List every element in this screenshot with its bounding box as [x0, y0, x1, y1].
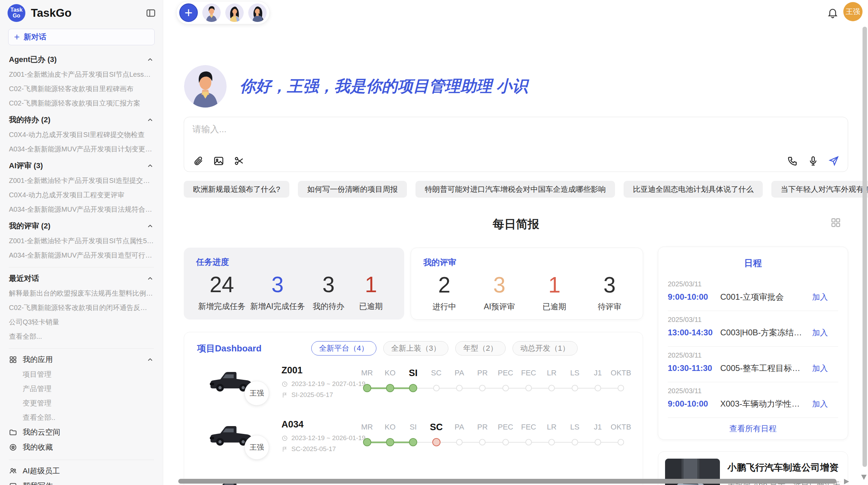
chevron-up-icon [146, 275, 154, 282]
sidebar-item-help-write[interactable]: 帮我写作 [9, 478, 154, 485]
phone-icon[interactable] [787, 155, 798, 167]
milestone: SC [425, 421, 448, 462]
join-link[interactable]: 加入 [812, 363, 828, 374]
attachment-icon[interactable] [192, 155, 204, 167]
section-header-recent-chats[interactable]: 最近对话 [9, 271, 154, 286]
notification-bell-icon[interactable] [827, 7, 839, 18]
suggestion-chip[interactable]: 当下年轻人对汽车外观有怎样的喜好趋势 [771, 181, 868, 198]
section-title: AI评审 (3) [9, 161, 43, 171]
stat: 1 已逾期 [352, 272, 390, 312]
my-apps-list: 项目管理产品管理变更管理查看全部.. [9, 367, 154, 425]
project-row-a034[interactable]: 王强 A034 2023-12-19 ~ 2026-01-19 SC-2025-… [184, 421, 643, 462]
horizontal-scrollbar-thumb[interactable] [178, 479, 836, 484]
project-dates-text: 2023-12-19 ~ 2026-01-19 [291, 434, 365, 442]
join-link[interactable]: 加入 [812, 399, 828, 409]
suggestion-chips: 欧洲新规最近颁布了什么?如何写一份清晰的项目周报特朗普可能对进口汽车增税会对中国… [184, 181, 868, 198]
sidebar-task-item[interactable]: C02-飞腾新能源轻客改款项目立项汇报方案 [9, 96, 154, 110]
layout-grid-icon[interactable] [830, 217, 841, 228]
chat-composer [184, 117, 848, 172]
app-item[interactable]: 变更管理 [9, 396, 154, 410]
scissors-icon[interactable] [233, 155, 245, 167]
recent-chat-item[interactable]: 公司Q3轻卡销量 [9, 315, 154, 329]
stat-label: 已逾期 [352, 301, 390, 312]
plus-icon: + [14, 32, 20, 42]
project-flag-text: SI-2025-05-17 [291, 391, 333, 399]
view-all-schedule-link[interactable]: 查看所有日程 [668, 418, 838, 439]
contact-avatar-3[interactable] [248, 3, 267, 22]
filter-chip[interactable]: 全新上装（3） [383, 341, 448, 356]
section-header-agent-done[interactable]: Agent已办 (3) [9, 52, 154, 67]
sidebar-item-ai-employees[interactable]: AI超级员工 [9, 463, 154, 478]
sidebar-task-item[interactable]: Z001-全新燃油轻卡产品开发项目SI造型提交物评审 [9, 173, 154, 188]
project-dashboard-card: 项目Dashboard 全新平台（4）全新上装（3）年型（2）动总开发（1） 王… [184, 332, 643, 485]
app-item[interactable]: 项目管理 [9, 367, 154, 382]
milestone: OKTB [610, 366, 632, 408]
suggestion-chip[interactable]: 比亚迪全固态电池计划具体说了什么 [624, 181, 763, 198]
sidebar-item-favorites[interactable]: 我的收藏 [9, 440, 154, 455]
app-item[interactable]: 产品管理 [9, 382, 154, 396]
add-contact-button[interactable]: + [179, 3, 198, 22]
scroll-right-arrow[interactable] [844, 479, 849, 484]
microphone-icon[interactable] [807, 155, 819, 167]
milestone-dot [456, 439, 462, 446]
section-title: 最近对话 [9, 273, 39, 284]
join-link[interactable]: 加入 [812, 292, 828, 302]
contact-avatar-1[interactable] [202, 3, 221, 22]
app-item[interactable]: 查看全部.. [9, 410, 154, 425]
recent-chat-item[interactable]: C02-飞腾新能源轻客改款项目的闭环通告反馈情况 [9, 300, 154, 315]
collapse-sidebar-icon[interactable] [146, 8, 156, 18]
schedule-time: 9:00-10:00 [668, 399, 720, 409]
milestone: J1 [586, 421, 609, 462]
send-icon[interactable] [828, 155, 840, 167]
chevron-up-icon [146, 356, 154, 363]
chat-input[interactable] [192, 123, 840, 155]
recent-chat-item[interactable]: 解释最新出台的欧盟报废车法规再生塑料比例被调至15%... [9, 286, 154, 300]
sidebar-task-item[interactable]: Z001-全新燃油轻卡产品开发项目SI节点属性5D文件评审 [9, 234, 154, 248]
sidebar-task-item[interactable]: A034-全新新能源MUV产品开发项目造型可行性评审 [9, 248, 154, 262]
milestone-track: MR KO SI [355, 366, 632, 408]
suggestion-chip[interactable]: 如何写一份清晰的项目周报 [298, 181, 407, 198]
image-icon[interactable] [213, 155, 225, 167]
stat-label: 已逾期 [535, 301, 573, 312]
people-icon [9, 467, 17, 475]
vertical-scrollbar-thumb[interactable] [863, 27, 867, 467]
milestones: MR KO SI [355, 421, 632, 462]
user-avatar[interactable]: 王强 [843, 2, 863, 21]
sidebar-task-item[interactable]: A034-全新新能源MUV产品开发项目计划变更表编写 [9, 142, 154, 156]
stat: 1 已逾期 [535, 273, 573, 312]
milestone-dot [409, 438, 417, 446]
suggestion-chip[interactable]: 欧洲新规最近颁布了什么? [184, 181, 289, 198]
sidebar-task-item[interactable]: C02-飞腾新能源轻客改款项目里程碑画布 [9, 82, 154, 96]
section-header-ai-review[interactable]: AI评审 (3) [9, 158, 154, 173]
task-progress-stats: 24 新增完成任务 3 新增AI完成任务 3 我的待办 1 已逾期 [196, 272, 392, 312]
recent-view-all-link[interactable]: 查看全部... [9, 329, 154, 344]
sidebar-task-item[interactable]: A034-全新新能源MUV产品开发项目法规符合性评审 [9, 202, 154, 216]
sidebar-item-cloud-space[interactable]: 我的云空间 [9, 425, 154, 440]
milestone-dot [525, 439, 532, 446]
milestone-dot [502, 439, 509, 446]
stat-value: 1 [535, 273, 573, 298]
section-header-my-todo[interactable]: 我的待办 (2) [9, 112, 154, 127]
filter-chip[interactable]: 全新平台（4） [311, 341, 376, 356]
sidebar-task-item[interactable]: C0X4-动力总成开发项目工程变更评审 [9, 188, 154, 202]
project-row-z001[interactable]: 王强 Z001 2023-12-19 ~ 2027-01-19 SI-2025-… [184, 366, 643, 408]
divider [9, 267, 154, 268]
section-list-ai-review: Z001-全新燃油轻卡产品开发项目SI造型提交物评审C0X4-动力总成开发项目工… [9, 173, 154, 216]
section-header-my-review[interactable]: 我的评审 (2) [9, 219, 154, 234]
divider [9, 460, 154, 460]
filter-chip[interactable]: 动总开发（1） [513, 341, 578, 356]
sidebar-task-item[interactable]: Z001-全新燃油皮卡产品开发项目SI节点Lesson Learn报告 [9, 67, 154, 82]
milestone-dot [479, 385, 486, 391]
contact-avatar-2[interactable] [225, 3, 244, 22]
dashboard-header: 项目Dashboard 全新平台（4）全新上装（3）年型（2）动总开发（1） [184, 332, 643, 356]
stat-label: 我的待办 [310, 301, 347, 312]
scroll-down-arrow[interactable] [861, 475, 867, 480]
milestone-dot [571, 439, 578, 446]
suggestion-chip[interactable]: 特朗普可能对进口汽车增税会对中国车企造成哪些影响 [415, 181, 615, 198]
stat-value: 3 [481, 273, 518, 298]
new-chat-button[interactable]: + 新对话 [8, 29, 155, 45]
join-link[interactable]: 加入 [812, 327, 828, 338]
filter-chip[interactable]: 年型（2） [455, 341, 505, 356]
sidebar-task-item[interactable]: C0X4-动力总成开发项目SI里程碑提交物检查 [9, 127, 154, 142]
sidebar-item-my-apps[interactable]: 我的应用 [9, 352, 154, 367]
